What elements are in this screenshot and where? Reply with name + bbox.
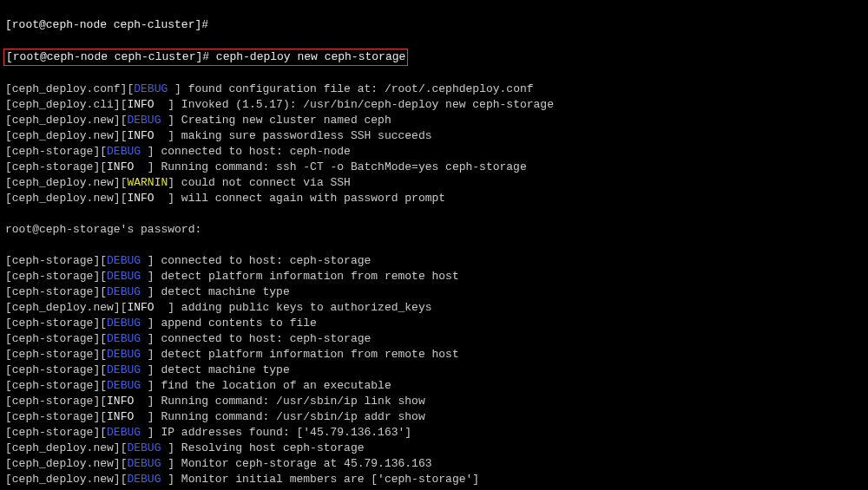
log-source: [ceph_deploy.new]: [5, 176, 121, 189]
log-source: [ceph-storage]: [5, 363, 100, 376]
log-message: detect machine type: [155, 363, 290, 376]
command-highlight: [root@ceph-node ceph-cluster]# ceph-depl…: [3, 49, 408, 66]
log-message: connected to host: ceph-storage: [155, 254, 372, 267]
log-message: Running command: /usr/sbin/ip link show: [155, 395, 425, 408]
password-prompt-line: root@ceph-storage's password:: [5, 222, 863, 238]
log-message: find the location of an executable: [155, 379, 391, 392]
log-source: [ceph-storage]: [5, 270, 100, 283]
log-source: [ceph_deploy.new]: [5, 457, 121, 470]
log-source: [ceph-storage]: [5, 160, 100, 173]
log-source: [ceph-storage]: [5, 426, 100, 439]
shell-prompt: [root@ceph-node ceph-cluster]#: [5, 18, 208, 31]
log-level: DEBUG: [107, 254, 141, 267]
log-line: [ceph_deploy.cli][INFO ] Invoked (1.5.17…: [5, 97, 863, 113]
log-level: WARNIN: [127, 176, 168, 189]
log-line: [ceph_deploy.new][DEBUG ] Monitor ceph-s…: [5, 456, 863, 472]
log-source: [ceph_deploy.new]: [5, 129, 121, 142]
log-line: [ceph-storage][DEBUG ] detect machine ty…: [5, 284, 863, 300]
typed-command: ceph-deploy new ceph-storage: [216, 50, 405, 63]
log-message: connected to host: ceph-storage: [155, 332, 372, 345]
log-message: adding public keys to authorized_keys: [174, 301, 431, 314]
log-message: Creating new cluster named ceph: [174, 114, 391, 127]
log-line: [ceph_deploy.new][INFO ] making sure pas…: [5, 128, 863, 144]
log-message: append contents to file: [155, 317, 317, 330]
log-level: DEBUG: [107, 332, 141, 345]
log-message: Running command: ssh -CT -o BatchMode=ye…: [155, 160, 527, 173]
log-source: [ceph_deploy.new]: [5, 114, 121, 127]
log-line: [ceph_deploy.new][WARNIN] could not conn…: [5, 175, 863, 191]
log-line: [ceph-storage][DEBUG ] connected to host…: [5, 331, 863, 347]
log-message: Monitor ceph-storage at 45.79.136.163: [174, 457, 431, 470]
command-line: [root@ceph-node ceph-cluster]# ceph-depl…: [5, 49, 863, 66]
log-level: DEBUG: [107, 363, 141, 376]
log-source: [ceph-storage]: [5, 348, 100, 361]
log-line: [ceph-storage][DEBUG ] find the location…: [5, 378, 863, 394]
log-line: [ceph-storage][DEBUG ] detect platform i…: [5, 269, 863, 284]
log-level: INFO: [127, 129, 154, 142]
log-source: [ceph_deploy.new]: [5, 473, 121, 486]
log-level: DEBUG: [127, 473, 161, 486]
log-message: will connect again with password prompt: [174, 192, 445, 205]
log-source: [ceph_deploy.conf]: [5, 82, 127, 95]
log-source: [ceph-storage]: [5, 395, 100, 408]
log-source: [ceph_deploy.cli]: [5, 98, 121, 111]
shell-prompt: [root@ceph-node ceph-cluster]#: [6, 50, 216, 63]
log-level: DEBUG: [127, 114, 161, 127]
log-message: making sure passwordless SSH succeeds: [174, 129, 431, 142]
log-source: [ceph_deploy.new]: [5, 192, 121, 205]
log-line: [ceph-storage][DEBUG ] detect platform i…: [5, 347, 863, 363]
log-level: DEBUG: [134, 82, 168, 95]
log-level: DEBUG: [107, 270, 141, 283]
log-line: [ceph_deploy.new][INFO ] adding public k…: [5, 300, 863, 316]
log-message: Monitor initial members are ['ceph-stora…: [174, 473, 479, 486]
log-level: INFO: [107, 410, 134, 423]
log-line: [ceph-storage][DEBUG ] connected to host…: [5, 144, 863, 160]
log-level: INFO: [107, 395, 134, 408]
log-message: could not connect via SSH: [174, 176, 351, 189]
log-source: [ceph-storage]: [5, 285, 100, 298]
log-message: found configuration file at: /root/.ceph…: [181, 82, 534, 95]
log-source: [ceph-storage]: [5, 379, 100, 392]
log-line: [ceph_deploy.new][DEBUG ] Creating new c…: [5, 113, 863, 128]
log-source: [ceph_deploy.new]: [5, 441, 121, 454]
log-message: IP addresses found: ['45.79.136.163']: [155, 426, 411, 439]
log-message: Invoked (1.5.17): /usr/bin/ceph-deploy n…: [174, 98, 554, 111]
log-line: [ceph-storage][DEBUG ] connected to host…: [5, 253, 863, 269]
log-line: [ceph-storage][DEBUG ] IP addresses foun…: [5, 425, 863, 441]
log-line: [ceph-storage][DEBUG ] append contents t…: [5, 316, 863, 331]
log-source: [ceph-storage]: [5, 317, 100, 330]
log-level: INFO: [107, 160, 134, 173]
log-message: detect platform information from remote …: [155, 348, 459, 361]
log-level: DEBUG: [107, 317, 141, 330]
log-source: [ceph_deploy.new]: [5, 301, 121, 314]
log-line: [ceph_deploy.new][DEBUG ] Monitor initia…: [5, 472, 863, 487]
log-line: [ceph-storage][INFO ] Running command: /…: [5, 394, 863, 409]
log-message: detect machine type: [155, 285, 290, 298]
log-level: DEBUG: [107, 348, 141, 361]
log-line: [ceph_deploy.conf][DEBUG ] found configu…: [5, 82, 863, 97]
log-message: connected to host: ceph-node: [155, 145, 351, 158]
log-line: [ceph-storage][DEBUG ] detect machine ty…: [5, 363, 863, 378]
log-line: [ceph_deploy.new][DEBUG ] Resolving host…: [5, 441, 863, 456]
log-level: DEBUG: [107, 426, 141, 439]
log-message: detect platform information from remote …: [155, 270, 459, 283]
log-source: [ceph-storage]: [5, 332, 100, 345]
log-source: [ceph-storage]: [5, 145, 100, 158]
log-line: [ceph-storage][INFO ] Running command: /…: [5, 409, 863, 425]
log-level: DEBUG: [127, 441, 161, 454]
log-level: DEBUG: [127, 457, 161, 470]
log-level: DEBUG: [107, 145, 141, 158]
log-level: INFO: [127, 301, 154, 314]
log-level: DEBUG: [107, 379, 141, 392]
prompt-line: [root@ceph-node ceph-cluster]#: [5, 17, 863, 33]
log-source: [ceph-storage]: [5, 254, 100, 267]
log-level: INFO: [127, 98, 154, 111]
terminal[interactable]: [root@ceph-node ceph-cluster]# [root@cep…: [0, 0, 868, 490]
log-source: [ceph-storage]: [5, 410, 100, 423]
log-level: INFO: [127, 192, 154, 205]
log-line: [ceph-storage][INFO ] Running command: s…: [5, 160, 863, 175]
log-line: [ceph_deploy.new][INFO ] will connect ag…: [5, 191, 863, 206]
log-message: Running command: /usr/sbin/ip addr show: [155, 410, 425, 423]
log-message: Resolving host ceph-storage: [174, 441, 364, 454]
log-level: DEBUG: [107, 285, 141, 298]
